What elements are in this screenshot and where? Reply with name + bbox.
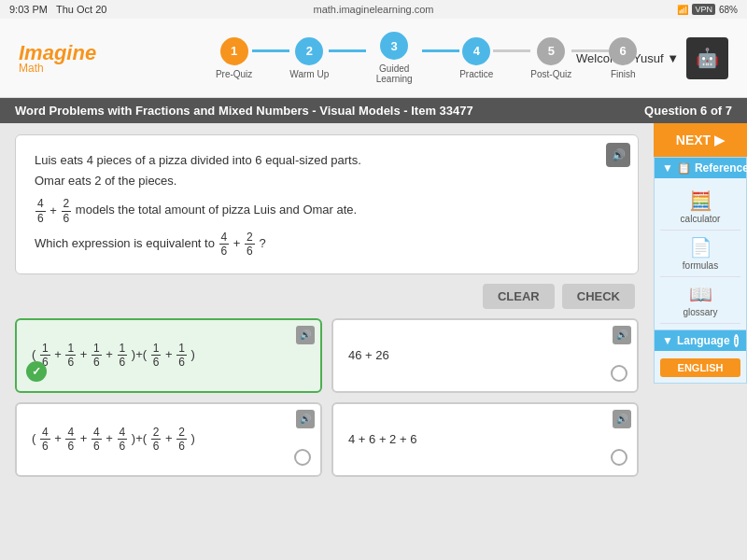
reference-formulas[interactable]: 📄 formulas [660,231,740,277]
connector-2 [329,49,366,52]
reference-header[interactable]: ▼ 📋 Reference [655,158,746,178]
reference-section: ▼ 📋 Reference 🧮 calculator 📄 formulas 📖 … [654,157,747,330]
question-line2: Omar eats 2 of the pieces. [35,171,619,191]
answer-d-sound[interactable]: 🔊 [613,410,631,428]
formulas-icon: 📄 [689,236,712,259]
vpn-icon: VPN [692,4,715,15]
step-circle-4: 4 [462,37,490,65]
formulas-label: formulas [683,260,718,271]
calculator-icon: 🧮 [689,189,712,212]
answer-d-text: 4 + 6 + 2 + 6 [348,432,416,446]
reference-icon: 📋 [677,161,691,175]
answer-option-a[interactable]: 🔊 ✓ ( 16 + 16 + 16 + 16 )+( 16 + 16 ) [15,318,322,393]
answer-option-d[interactable]: 🔊 4 + 6 + 2 + 6 [331,402,639,477]
language-button[interactable]: ENGLISH [660,358,740,377]
step-circle-2: 2 [295,37,323,65]
left-panel: 🔊 Luis eats 4 pieces of a pizza divided … [0,123,654,553]
status-url: math.imaginelearning.com [313,4,433,15]
calculator-label: calculator [681,214,721,224]
logo-area: Imagine Math [19,41,96,75]
step-circle-1: 1 [220,37,248,65]
reference-calculator[interactable]: 🧮 calculator [660,184,740,231]
answer-c-text: ( 46 + 46 + 46 + 46 )+( 26 + 26 ) [32,426,195,454]
logo-subtitle: Math [19,62,96,75]
fraction-2-6: 26 [62,197,72,225]
step-postquiz[interactable]: 5 Post-Quiz [530,37,571,79]
step-circle-3: 3 [380,32,408,60]
answer-b-sound[interactable]: 🔊 [613,326,631,344]
step-circle-6: 6 [609,37,637,65]
avatar: 🤖 [686,37,728,79]
step-label-3: Guided Learning [366,63,422,84]
step-label-5: Post-Quiz [530,69,571,79]
answer-b-text: 46 + 26 [348,348,389,362]
language-section: ▼ Language i ENGLISH [654,330,747,384]
answer-a-text: ( 16 + 16 + 16 + 16 )+( 16 + 16 ) [32,342,195,370]
status-bar: 9:03 PM Thu Oct 20 math.imaginelearning.… [0,0,747,19]
step-prequiz[interactable]: 1 Pre-Quiz [216,37,252,79]
answer-d-radio [611,449,627,466]
right-panel: NEXT ▶ ▼ 📋 Reference 🧮 calculator 📄 form… [654,123,747,553]
glossary-icon: 📖 [689,283,712,305]
step-practice[interactable]: 4 Practice [459,37,493,79]
welcome-area: Welcome, Yusuf ▼ 🤖 [576,37,728,79]
question-line3: 46 + 26 models the total amount of pizza… [35,197,619,225]
question-info: Question 6 of 7 [644,104,732,118]
answer-c-radio [294,449,311,466]
step-guided[interactable]: 3 Guided Learning [366,32,422,84]
connector-4 [493,49,530,52]
step-label-2: Warm Up [289,69,329,79]
next-arrow-icon: ▶ [714,133,725,147]
clear-button[interactable]: CLEAR [483,284,555,309]
question-card: 🔊 Luis eats 4 pieces of a pizza divided … [15,134,639,274]
question-line3-text: models the total amount of pizza Luis an… [76,203,357,217]
answer-b-radio [611,365,627,382]
step-label-4: Practice [459,69,493,79]
answer-a-checkmark: ✓ [26,361,47,382]
fraction-4-6: 46 [35,197,46,225]
language-header[interactable]: ▼ Language i [655,330,746,351]
glossary-label: glossary [683,307,717,317]
reference-glossary[interactable]: 📖 glossary [660,277,740,324]
title-bar: Word Problems with Fractions and Mixed N… [0,98,747,123]
connector-3 [422,49,459,52]
question-title: Word Problems with Fractions and Mixed N… [15,104,473,118]
answer-option-b[interactable]: 🔊 46 + 26 [331,318,639,393]
answer-c-sound[interactable]: 🔊 [296,410,315,428]
answer-option-c[interactable]: 🔊 ( 46 + 46 + 46 + 46 )+( 26 + 26 ) [15,402,322,477]
status-time: 9:03 PM Thu Oct 20 [9,4,106,15]
step-circle-5: 5 [537,37,565,65]
answer-a-sound[interactable]: 🔊 [296,326,315,344]
battery-icon: 68% [719,5,738,15]
status-icons: 📶 VPN 68% [677,4,738,15]
language-info-icon: i [734,334,739,347]
action-buttons: CLEAR CHECK [15,284,639,309]
question-line4: Which expression is equivalent to 46 + 2… [35,231,619,259]
step-warmup[interactable]: 2 Warm Up [289,37,329,79]
check-button[interactable]: CHECK [562,284,635,309]
question-sound-button[interactable]: 🔊 [606,143,630,167]
wifi-icon: 📶 [677,5,688,15]
main-content: 🔊 Luis eats 4 pieces of a pizza divided … [0,123,747,553]
language-chevron-icon: ▼ [662,334,673,347]
next-button[interactable]: NEXT ▶ [654,123,747,157]
fraction-question-2-6: 26 [245,231,255,259]
reference-title: Reference [695,161,747,175]
language-title: Language [677,334,730,347]
answer-grid: 🔊 ✓ ( 16 + 16 + 16 + 16 )+( 16 + 16 ) [15,318,639,477]
reference-chevron-icon: ▼ [662,161,673,175]
connector-1 [252,49,289,52]
step-label-1: Pre-Quiz [216,69,252,79]
question-line1: Luis eats 4 pieces of a pizza divided in… [35,150,619,171]
fraction-question-4-6: 46 [219,231,230,259]
nav-bar: Imagine Math 1 Pre-Quiz 2 Warm Up 3 Guid… [0,19,747,98]
